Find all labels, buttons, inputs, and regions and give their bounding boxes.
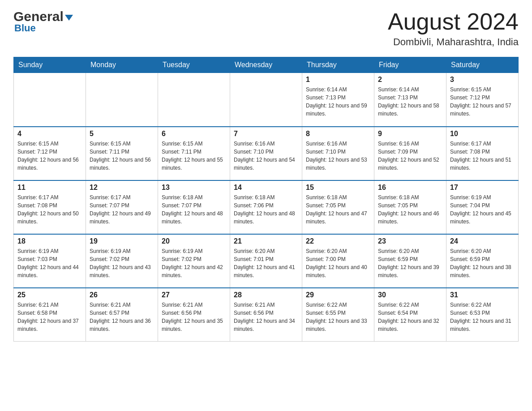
day-info: Sunrise: 6:17 AMSunset: 7:08 PMDaylight:…	[450, 140, 515, 172]
day-header-friday: Friday	[374, 57, 446, 73]
day-number: 6	[162, 130, 226, 138]
day-number: 26	[90, 291, 154, 299]
day-number: 27	[162, 291, 226, 299]
calendar-cell: 3Sunrise: 6:15 AMSunset: 7:12 PMDaylight…	[446, 73, 519, 127]
day-number: 8	[306, 130, 370, 138]
day-info: Sunrise: 6:22 AMSunset: 6:53 PMDaylight:…	[450, 301, 515, 333]
day-info: Sunrise: 6:20 AMSunset: 7:01 PMDaylight:…	[234, 247, 298, 279]
calendar-table: SundayMondayTuesdayWednesdayThursdayFrid…	[13, 57, 519, 342]
day-header-tuesday: Tuesday	[158, 57, 230, 73]
day-info: Sunrise: 6:14 AMSunset: 7:13 PMDaylight:…	[378, 86, 442, 118]
day-number: 14	[234, 184, 298, 192]
calendar-cell	[230, 73, 302, 127]
day-number: 12	[90, 184, 154, 192]
day-header-thursday: Thursday	[302, 57, 374, 73]
week-row-5: 25Sunrise: 6:21 AMSunset: 6:58 PMDayligh…	[14, 288, 519, 342]
day-number: 25	[17, 291, 82, 299]
day-info: Sunrise: 6:15 AMSunset: 7:11 PMDaylight:…	[162, 140, 226, 172]
day-number: 13	[162, 184, 226, 192]
day-info: Sunrise: 6:20 AMSunset: 6:59 PMDaylight:…	[378, 247, 442, 279]
day-header-monday: Monday	[86, 57, 158, 73]
day-info: Sunrise: 6:18 AMSunset: 7:05 PMDaylight:…	[306, 193, 370, 226]
calendar-cell: 28Sunrise: 6:21 AMSunset: 6:56 PMDayligh…	[230, 288, 302, 342]
day-info: Sunrise: 6:14 AMSunset: 7:13 PMDaylight:…	[306, 86, 370, 118]
calendar-cell: 12Sunrise: 6:17 AMSunset: 7:07 PMDayligh…	[86, 180, 158, 234]
calendar-cell: 23Sunrise: 6:20 AMSunset: 6:59 PMDayligh…	[374, 234, 446, 288]
calendar-cell: 16Sunrise: 6:18 AMSunset: 7:05 PMDayligh…	[374, 180, 446, 234]
calendar-cell: 2Sunrise: 6:14 AMSunset: 7:13 PMDaylight…	[374, 73, 446, 127]
calendar-cell: 7Sunrise: 6:16 AMSunset: 7:10 PMDaylight…	[230, 127, 302, 180]
calendar-cell: 1Sunrise: 6:14 AMSunset: 7:13 PMDaylight…	[302, 73, 374, 127]
day-info: Sunrise: 6:19 AMSunset: 7:02 PMDaylight:…	[90, 247, 154, 279]
logo-general-text: General	[13, 9, 64, 24]
day-number: 1	[306, 76, 370, 84]
day-info: Sunrise: 6:22 AMSunset: 6:54 PMDaylight:…	[378, 301, 442, 333]
day-header-sunday: Sunday	[14, 57, 86, 73]
calendar-cell	[158, 73, 230, 127]
calendar-cell: 17Sunrise: 6:19 AMSunset: 7:04 PMDayligh…	[446, 180, 519, 234]
day-info: Sunrise: 6:17 AMSunset: 7:08 PMDaylight:…	[17, 193, 82, 226]
day-header-wednesday: Wednesday	[230, 57, 302, 73]
calendar-cell: 29Sunrise: 6:22 AMSunset: 6:55 PMDayligh…	[302, 288, 374, 342]
logo-blue-text: Blue	[14, 22, 36, 34]
day-number: 30	[378, 291, 442, 299]
day-info: Sunrise: 6:19 AMSunset: 7:04 PMDaylight:…	[450, 193, 515, 226]
week-row-1: 1Sunrise: 6:14 AMSunset: 7:13 PMDaylight…	[14, 73, 519, 127]
calendar-cell: 5Sunrise: 6:15 AMSunset: 7:11 PMDaylight…	[86, 127, 158, 180]
calendar-cell: 30Sunrise: 6:22 AMSunset: 6:54 PMDayligh…	[374, 288, 446, 342]
day-number: 17	[450, 184, 515, 192]
day-info: Sunrise: 6:21 AMSunset: 6:58 PMDaylight:…	[17, 301, 82, 333]
day-info: Sunrise: 6:21 AMSunset: 6:56 PMDaylight:…	[234, 301, 298, 333]
calendar-cell: 20Sunrise: 6:19 AMSunset: 7:02 PMDayligh…	[158, 234, 230, 288]
day-number: 20	[162, 237, 226, 245]
day-number: 21	[234, 237, 298, 245]
day-number: 11	[17, 184, 82, 192]
calendar-cell: 27Sunrise: 6:21 AMSunset: 6:56 PMDayligh…	[158, 288, 230, 342]
week-row-2: 4Sunrise: 6:15 AMSunset: 7:12 PMDaylight…	[14, 127, 519, 180]
day-number: 16	[378, 184, 442, 192]
day-info: Sunrise: 6:20 AMSunset: 6:59 PMDaylight:…	[450, 247, 515, 279]
logo: General Blue	[13, 9, 73, 34]
calendar-cell: 26Sunrise: 6:21 AMSunset: 6:57 PMDayligh…	[86, 288, 158, 342]
calendar-cell: 25Sunrise: 6:21 AMSunset: 6:58 PMDayligh…	[14, 288, 86, 342]
day-info: Sunrise: 6:21 AMSunset: 6:57 PMDaylight:…	[90, 301, 154, 333]
calendar-cell: 13Sunrise: 6:18 AMSunset: 7:07 PMDayligh…	[158, 180, 230, 234]
day-number: 19	[90, 237, 154, 245]
day-info: Sunrise: 6:22 AMSunset: 6:55 PMDaylight:…	[306, 301, 370, 333]
calendar-cell: 18Sunrise: 6:19 AMSunset: 7:03 PMDayligh…	[14, 234, 86, 288]
day-number: 24	[450, 237, 515, 245]
day-number: 18	[17, 237, 82, 245]
day-number: 4	[17, 130, 82, 138]
day-number: 5	[90, 130, 154, 138]
day-info: Sunrise: 6:16 AMSunset: 7:09 PMDaylight:…	[378, 140, 442, 172]
calendar-cell: 24Sunrise: 6:20 AMSunset: 6:59 PMDayligh…	[446, 234, 519, 288]
day-number: 3	[450, 76, 515, 84]
day-header-saturday: Saturday	[446, 57, 519, 73]
calendar-cell: 10Sunrise: 6:17 AMSunset: 7:08 PMDayligh…	[446, 127, 519, 180]
calendar-cell	[86, 73, 158, 127]
day-number: 23	[378, 237, 442, 245]
calendar-cell: 15Sunrise: 6:18 AMSunset: 7:05 PMDayligh…	[302, 180, 374, 234]
logo-triangle-icon	[65, 15, 73, 21]
day-info: Sunrise: 6:18 AMSunset: 7:07 PMDaylight:…	[162, 193, 226, 226]
day-number: 10	[450, 130, 515, 138]
day-info: Sunrise: 6:19 AMSunset: 7:02 PMDaylight:…	[162, 247, 226, 279]
day-number: 29	[306, 291, 370, 299]
calendar-cell: 6Sunrise: 6:15 AMSunset: 7:11 PMDaylight…	[158, 127, 230, 180]
day-number: 31	[450, 291, 515, 299]
calendar-cell	[14, 73, 86, 127]
calendar-cell: 9Sunrise: 6:16 AMSunset: 7:09 PMDaylight…	[374, 127, 446, 180]
title-block: August 2024 Dombivli, Maharashtra, India	[388, 9, 519, 48]
day-info: Sunrise: 6:15 AMSunset: 7:12 PMDaylight:…	[450, 86, 515, 118]
day-info: Sunrise: 6:21 AMSunset: 6:56 PMDaylight:…	[162, 301, 226, 333]
calendar-cell: 21Sunrise: 6:20 AMSunset: 7:01 PMDayligh…	[230, 234, 302, 288]
location-title: Dombivli, Maharashtra, India	[388, 36, 519, 48]
day-info: Sunrise: 6:15 AMSunset: 7:11 PMDaylight:…	[90, 140, 154, 172]
calendar-cell: 4Sunrise: 6:15 AMSunset: 7:12 PMDaylight…	[14, 127, 86, 180]
calendar-cell: 8Sunrise: 6:16 AMSunset: 7:10 PMDaylight…	[302, 127, 374, 180]
day-number: 9	[378, 130, 442, 138]
calendar-cell: 14Sunrise: 6:18 AMSunset: 7:06 PMDayligh…	[230, 180, 302, 234]
calendar-cell: 22Sunrise: 6:20 AMSunset: 7:00 PMDayligh…	[302, 234, 374, 288]
day-info: Sunrise: 6:18 AMSunset: 7:06 PMDaylight:…	[234, 193, 298, 226]
day-info: Sunrise: 6:15 AMSunset: 7:12 PMDaylight:…	[17, 140, 82, 172]
